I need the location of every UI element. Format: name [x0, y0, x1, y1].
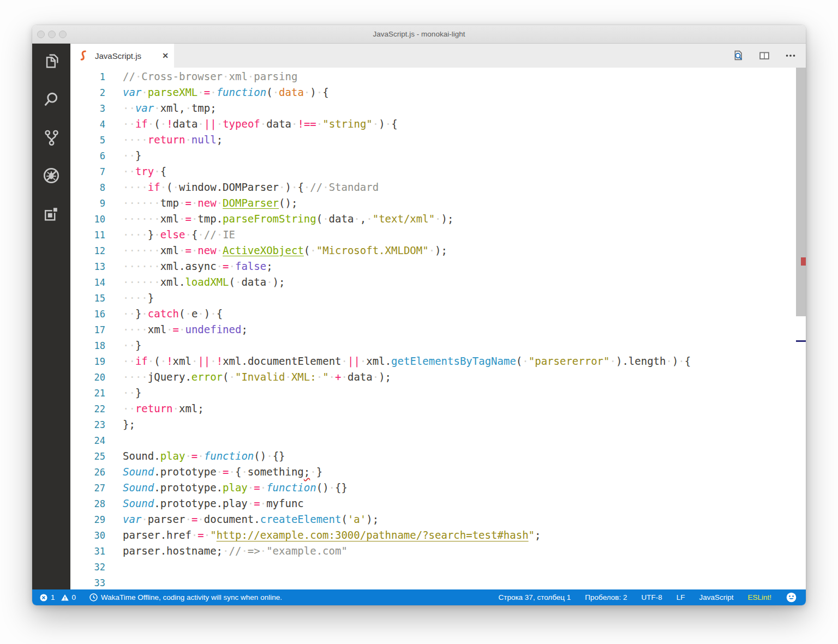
line-number: 18 [70, 338, 105, 354]
code-line[interactable]: 28Sound.prototype.play·=·myfunc [70, 496, 796, 511]
status-warnings[interactable]: 0 [61, 593, 76, 602]
code-token: = [223, 260, 229, 272]
code-token: var [135, 102, 154, 114]
split-editor-button[interactable] [758, 49, 771, 62]
code-line[interactable]: 25Sound.play·=·function()·{} [70, 448, 796, 464]
status-wakatime[interactable]: WakaTime Offline, coding activity will s… [89, 593, 282, 602]
code-area[interactable]: 1//·Cross-browser·xml·parsing2var·parseX… [70, 69, 796, 589]
code-token: typeof [223, 118, 260, 130]
code-token: ····}· [123, 228, 160, 240]
code-line[interactable]: 11····}·else·{·//·IE [70, 227, 796, 243]
code-line[interactable]: 12······xml·=·new·ActiveXObject(·"Micros… [70, 243, 796, 258]
code-token: catch [148, 308, 179, 320]
code-token: ·myfunc [260, 497, 304, 509]
code-line[interactable]: 13······xml.async·=·false; [70, 258, 796, 274]
code-token: .prototype· [154, 466, 223, 478]
code-token: .prototype. [154, 482, 223, 493]
code-token: = [191, 450, 197, 462]
status-errors[interactable]: 1 [39, 593, 55, 602]
code-token: .prototype.play· [154, 497, 254, 509]
code-token: ···· [123, 134, 148, 146]
code-token: createElement [260, 513, 342, 525]
code-line[interactable]: 31parser.hostname;·//·=>·"example.com" [70, 543, 796, 559]
title-bar[interactable]: JavaScript.js - monokai-light [32, 25, 806, 44]
code-line[interactable]: 33 [70, 575, 796, 589]
status-eslint[interactable]: ESLint! [747, 593, 771, 601]
code-token: · [229, 260, 235, 272]
tab-close-icon[interactable]: ✕ [162, 51, 169, 60]
find-in-file-button[interactable] [732, 49, 745, 62]
code-line[interactable]: 1//·Cross-browser·xml·parsing [70, 69, 796, 85]
scrollbar-thumb[interactable] [796, 68, 806, 316]
code-token: || [204, 118, 217, 130]
code-line[interactable]: 20····jQuery.error(·"Invalid·XML:·"·+·da… [70, 369, 796, 385]
activity-bar-source-control-button[interactable] [41, 128, 61, 147]
code-line[interactable]: 16··}·catch(·e·)·{ [70, 306, 796, 322]
code-line[interactable]: 3··var·xml,·tmp; [70, 100, 796, 116]
code-editor[interactable]: 1//·Cross-browser·xml·parsing2var·parseX… [70, 68, 806, 589]
minimize-window-button[interactable] [48, 31, 56, 38]
code-token: · [260, 482, 266, 493]
code-token: false [235, 260, 266, 272]
code-token: · [316, 118, 322, 130]
code-line[interactable]: 22··return·xml; [70, 401, 796, 417]
tab-javascript-js[interactable]: JavaScript.js ✕ [70, 44, 174, 68]
code-line[interactable]: 26Sound.prototype·=·{·something;·} [70, 464, 796, 480]
line-number: 22 [70, 401, 105, 417]
code-token: · [191, 197, 197, 209]
code-line[interactable]: 10······xml·=·tmp.parseFromString(·data·… [70, 211, 796, 227]
code-token: = [191, 513, 197, 525]
status-feedback[interactable] [786, 592, 797, 603]
code-token: try [135, 165, 154, 177]
code-line[interactable]: 29var·parser·=·document.createElement('a… [70, 511, 796, 527]
code-line[interactable]: 32 [70, 559, 796, 575]
code-line[interactable]: 27Sound.prototype.play·=·function()·{} [70, 480, 796, 496]
code-line[interactable]: 6··} [70, 148, 796, 164]
code-line[interactable]: 8····if·(·window.DOMParser·)·{·//·Standa… [70, 179, 796, 195]
code-line[interactable]: 5····return·null; [70, 132, 796, 148]
code-token: function [217, 86, 267, 98]
status-cursor-position[interactable]: Строка 37, столбец 1 [498, 593, 571, 601]
code-token: (); [279, 197, 297, 209]
code-line[interactable]: 15····} [70, 290, 796, 306]
line-number: 23 [70, 417, 105, 433]
code-line[interactable]: 9······tmp·=·new·DOMParser(); [70, 195, 796, 211]
status-encoding[interactable]: UTF-8 [641, 593, 662, 601]
code-line[interactable]: 14······xml.loadXML(·data·); [70, 274, 796, 290]
line-number: 1 [70, 69, 105, 85]
activity-bar-search-button[interactable] [41, 89, 61, 109]
code-line[interactable]: 2var·parseXML·=·function(·data·)·{ [70, 85, 796, 100]
status-bar-right: Строка 37, столбец 1Пробелов: 2UTF-8LFJa… [484, 592, 797, 603]
code-line[interactable]: 19··if·(·!xml·||·!xml.documentElement·||… [70, 353, 796, 369]
code-line[interactable]: 21··} [70, 385, 796, 401]
status-eol[interactable]: LF [677, 593, 685, 601]
editor-group: JavaScript.js ✕ 1//·Cross-browser·xml·pa… [70, 44, 806, 589]
close-window-button[interactable] [37, 31, 45, 38]
line-number: 3 [70, 101, 105, 117]
more-actions-icon [784, 49, 797, 62]
code-line[interactable]: 18··} [70, 338, 796, 353]
warning-triangle-icon [61, 593, 69, 602]
code-token: · [204, 529, 210, 541]
code-line[interactable]: 17····xml·=·undefined; [70, 322, 796, 338]
code-token: return [135, 402, 173, 414]
code-line[interactable]: 7··try·{ [70, 164, 796, 179]
code-token: ·parser· [141, 513, 191, 525]
overview-cursor-marker [796, 340, 806, 342]
code-line[interactable]: 30parser.href·=·"http://example.com:3000… [70, 527, 796, 543]
code-token: ·{· [185, 228, 203, 240]
zoom-window-button[interactable] [59, 31, 67, 38]
code-line[interactable]: 24 [70, 432, 796, 448]
more-actions-button[interactable] [784, 49, 797, 62]
status-language-mode[interactable]: JavaScript [699, 593, 733, 601]
code-token: · [210, 86, 216, 98]
activity-bar-explorer-button[interactable] [41, 51, 61, 71]
code-line[interactable]: 23}; [70, 417, 796, 432]
status-indentation[interactable]: Пробелов: 2 [585, 593, 627, 601]
line-number: 2 [70, 85, 105, 101]
activity-bar-debug-button[interactable] [41, 166, 61, 185]
activity-bar-extensions-button[interactable] [41, 204, 61, 224]
debug-icon [42, 166, 61, 185]
code-line[interactable]: 4··if·(·!data·||·typeof·data·!==·"string… [70, 116, 796, 132]
scrollbar[interactable] [796, 68, 806, 589]
